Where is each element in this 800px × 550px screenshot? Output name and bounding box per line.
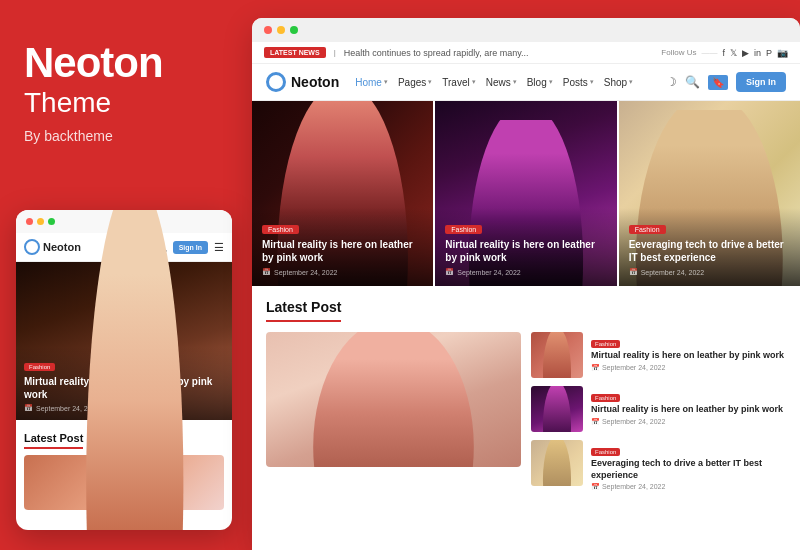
nav-logo-text: Neoton — [291, 74, 339, 90]
nav-links: Home▾ Pages▾ Travel▾ News▾ Blog▾ Posts▾ … — [355, 77, 666, 88]
mobile-logo-circle — [24, 239, 40, 255]
calendar-icon: 📅 — [262, 268, 271, 276]
nav-travel[interactable]: Travel▾ — [442, 77, 475, 88]
brand-by: By backtheme — [24, 128, 224, 144]
latest-item-img-2 — [531, 386, 583, 432]
latest-item-date-3: 📅 September 24, 2022 — [591, 483, 786, 491]
latest-item-title-3: Eeveraging tech to drive a better IT bes… — [591, 458, 786, 481]
news-label: LATEST NEWS — [264, 47, 326, 58]
latest-section-title: Latest Post — [266, 299, 341, 322]
search-icon[interactable]: 🔍 — [685, 75, 700, 89]
latest-item-date-1: 📅 September 24, 2022 — [591, 364, 786, 372]
nav-logo: Neoton — [266, 72, 339, 92]
browser-dot-yellow — [277, 26, 285, 34]
latest-item-badge-3: Fashion — [591, 448, 620, 456]
brand-name: Neoton Theme — [24, 40, 224, 120]
latest-item-title-2: Nirtual reality is here on leather by pi… — [591, 404, 786, 416]
latest-item-info-3: Fashion Eeveraging tech to drive a bette… — [591, 440, 786, 491]
browser-dot-red — [264, 26, 272, 34]
nav-posts[interactable]: Posts▾ — [563, 77, 594, 88]
latest-item-badge-1: Fashion — [591, 340, 620, 348]
dot-green — [48, 218, 55, 225]
nav-pages[interactable]: Pages▾ — [398, 77, 432, 88]
left-panel: Neoton Theme By backtheme Neoton ☽ 🔍 Sig… — [0, 0, 248, 550]
mobile-latest-title: Latest Post — [24, 432, 83, 449]
dot-yellow — [37, 218, 44, 225]
calendar-icon: 📅 — [629, 268, 638, 276]
nav-shop[interactable]: Shop▾ — [604, 77, 633, 88]
hero-card-2[interactable]: Fashion Nirtual reality is here on leath… — [435, 101, 616, 286]
hero-badge-1: Fashion — [262, 225, 299, 234]
latest-item-img-1 — [531, 332, 583, 378]
latest-grid: Fashion Mirtual reality is here on leath… — [266, 332, 786, 491]
latest-item-date-2: 📅 September 24, 2022 — [591, 418, 786, 426]
follow-us: Follow Us —— f 𝕏 ▶ in P 📷 — [661, 48, 788, 58]
calendar-icon: 📅 — [445, 268, 454, 276]
hero-date-3: 📅 September 24, 2022 — [629, 268, 790, 276]
instagram-icon[interactable]: 📷 — [777, 48, 788, 58]
hero-grid: Fashion Mirtual reality is here on leath… — [252, 101, 800, 286]
hero-badge-2: Fashion — [445, 225, 482, 234]
latest-item-info-2: Fashion Nirtual reality is here on leath… — [591, 386, 786, 426]
hero-title-1: Mirtual reality is here on leather by pi… — [262, 238, 423, 264]
browser-preview: LATEST NEWS | Health continues to spread… — [252, 18, 800, 550]
latest-item-badge-2: Fashion — [591, 394, 620, 402]
twitter-icon[interactable]: 𝕏 — [730, 48, 737, 58]
pinterest-icon[interactable]: P — [766, 48, 772, 58]
latest-sidebar: Fashion Mirtual reality is here on leath… — [531, 332, 786, 491]
social-icons: f 𝕏 ▶ in P 📷 — [722, 48, 788, 58]
latest-main-image[interactable] — [266, 332, 521, 467]
nav-logo-circle — [266, 72, 286, 92]
mobile-preview: Neoton ☽ 🔍 Sign In ☰ Fashion Mirtual rea… — [16, 210, 232, 530]
browser-titlebar — [252, 18, 800, 42]
hero-title-3: Eeveraging tech to drive a better IT bes… — [629, 238, 790, 264]
moon-icon[interactable]: ☽ — [666, 75, 677, 89]
latest-item-img-3 — [531, 440, 583, 486]
hero-date-1: 📅 September 24, 2022 — [262, 268, 423, 276]
hero-card-1[interactable]: Fashion Mirtual reality is here on leath… — [252, 101, 433, 286]
browser-dot-green — [290, 26, 298, 34]
list-item[interactable]: Fashion Eeveraging tech to drive a bette… — [531, 440, 786, 491]
mobile-badge: Fashion — [24, 363, 55, 371]
hero-card-3[interactable]: Fashion Eeveraging tech to drive a bette… — [619, 101, 800, 286]
hamburger-icon[interactable]: ☰ — [214, 241, 224, 254]
nav-home[interactable]: Home▾ — [355, 77, 388, 88]
facebook-icon[interactable]: f — [722, 48, 725, 58]
hero-date-2: 📅 September 24, 2022 — [445, 268, 606, 276]
latest-section: Latest Post Fashion Mirtual reality is h… — [252, 286, 800, 491]
rss-icon[interactable]: ▶ — [742, 48, 749, 58]
dot-red — [26, 218, 33, 225]
main-nav: Neoton Home▾ Pages▾ Travel▾ News▾ Blog▾ … — [252, 64, 800, 101]
nav-news[interactable]: News▾ — [486, 77, 517, 88]
nav-blog[interactable]: Blog▾ — [527, 77, 553, 88]
mobile-signin-btn[interactable]: Sign In — [173, 241, 208, 254]
hero-card-3-overlay: Fashion Eeveraging tech to drive a bette… — [619, 208, 800, 286]
list-item[interactable]: Fashion Mirtual reality is here on leath… — [531, 332, 786, 378]
browser-content: LATEST NEWS | Health continues to spread… — [252, 42, 800, 548]
mobile-latest-section: Latest Post — [16, 420, 232, 518]
nav-right: ☽ 🔍 🔖 Sign In — [666, 72, 786, 92]
news-text: Health continues to spread rapidly, are … — [344, 48, 654, 58]
linkedin-icon[interactable]: in — [754, 48, 761, 58]
news-bar: LATEST NEWS | Health continues to spread… — [252, 42, 800, 64]
hero-card-2-overlay: Fashion Nirtual reality is here on leath… — [435, 208, 616, 286]
latest-item-info-1: Fashion Mirtual reality is here on leath… — [591, 332, 786, 372]
mobile-latest-img — [24, 455, 224, 510]
hero-card-1-overlay: Fashion Mirtual reality is here on leath… — [252, 208, 433, 286]
latest-item-title-1: Mirtual reality is here on leather by pi… — [591, 350, 786, 362]
calendar-icon: 📅 — [24, 404, 33, 412]
list-item[interactable]: Fashion Nirtual reality is here on leath… — [531, 386, 786, 432]
hero-title-2: Nirtual reality is here on leather by pi… — [445, 238, 606, 264]
signin-button[interactable]: Sign In — [736, 72, 786, 92]
hero-badge-3: Fashion — [629, 225, 666, 234]
bookmark-icon[interactable]: 🔖 — [708, 75, 728, 90]
